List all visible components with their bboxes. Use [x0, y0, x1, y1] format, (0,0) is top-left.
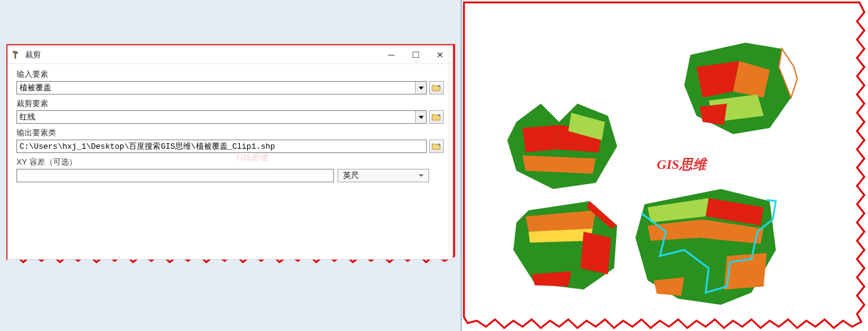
output-class-input[interactable]: C:\Users\hxj_1\Desktop\百度搜索GIS思维\植被覆盖_Cl…	[16, 140, 427, 153]
titlebar: 裁剪 ─ ☐ ✕	[8, 46, 452, 64]
watermark-faint: GIS思维	[237, 152, 267, 163]
tolerance-label: XY 容差（可选）	[16, 157, 444, 168]
maximize-button[interactable]: ☐	[403, 46, 428, 63]
clip-features-combo[interactable]: 红线	[16, 110, 427, 124]
minimize-button[interactable]: ─	[379, 46, 403, 63]
folder-icon	[432, 113, 441, 121]
map-preview-panel: GIS思维	[461, 0, 868, 331]
dialog-body: 输入要素 植被覆盖	[8, 64, 452, 191]
clip-shape-bottom-right	[629, 183, 785, 311]
chevron-down-icon[interactable]	[415, 111, 426, 123]
input-features-value: 植被覆盖	[20, 82, 415, 93]
clip-features-label: 裁剪要素	[16, 98, 444, 109]
output-class-group: 输出要素类 C:\Users\hxj_1\Desktop\百度搜索GIS思维\植…	[16, 127, 444, 153]
output-class-value: C:\Users\hxj_1\Desktop\百度搜索GIS思维\植被覆盖_Cl…	[20, 141, 275, 152]
dialog-title: 裁剪	[25, 49, 379, 60]
left-panel: 裁剪 ─ ☐ ✕ 输入要素 植被覆盖	[0, 0, 461, 331]
clip-features-group: 裁剪要素 红线	[16, 98, 444, 124]
clip-shape-top-right	[672, 37, 806, 146]
output-class-browse-button[interactable]	[429, 140, 444, 153]
folder-icon	[432, 142, 441, 151]
output-class-label: 输出要素类	[16, 127, 444, 138]
close-button[interactable]: ✕	[428, 46, 452, 63]
input-features-label: 输入要素	[16, 69, 444, 80]
input-features-group: 输入要素 植被覆盖	[16, 69, 444, 94]
clip-shape-bottom-left	[504, 195, 626, 299]
tolerance-unit-select[interactable]: 英尺	[338, 169, 429, 182]
hammer-icon	[12, 50, 21, 60]
clip-shape-top-left	[498, 98, 626, 195]
chevron-down-icon[interactable]	[415, 82, 426, 94]
clip-dialog: 裁剪 ─ ☐ ✕ 输入要素 植被覆盖	[7, 45, 453, 260]
input-features-browse-button[interactable]	[429, 81, 444, 94]
watermark: GIS思维	[657, 155, 706, 174]
dialog-wrapper: 裁剪 ─ ☐ ✕ 输入要素 植被覆盖	[5, 43, 457, 268]
tolerance-group: XY 容差（可选） 英尺	[16, 157, 444, 182]
tolerance-unit-value: 英尺	[343, 170, 359, 181]
input-features-combo[interactable]: 植被覆盖	[16, 81, 427, 94]
folder-icon	[432, 84, 441, 92]
clip-features-browse-button[interactable]	[429, 110, 444, 124]
clip-features-value: 红线	[20, 112, 415, 123]
tolerance-input[interactable]	[16, 169, 334, 182]
